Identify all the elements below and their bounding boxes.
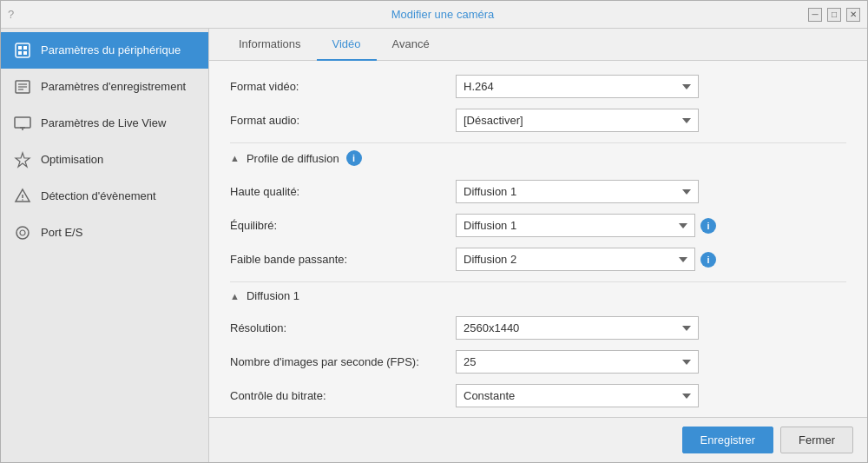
section-diffusion1-label: Diffusion 1: [247, 289, 299, 302]
bitrate-control-label: Contrôle du bitrate:: [230, 389, 456, 402]
port-es-icon: [13, 223, 32, 242]
sidebar-item-record-params-label: Paramètres d'enregistrement: [41, 80, 186, 95]
svg-point-14: [16, 227, 29, 239]
svg-point-15: [20, 230, 25, 235]
form-area: Format vidéo: H.264 H.265 MJPEG Format a…: [209, 61, 867, 417]
faible-bande-info-icon[interactable]: i: [700, 252, 716, 268]
optimisation-icon: [13, 150, 32, 169]
close-button[interactable]: Fermer: [780, 427, 853, 453]
main-content: Paramètres du périphérique Paramètres d'…: [1, 29, 867, 462]
help-icon[interactable]: ?: [8, 8, 14, 21]
sidebar-item-liveview-params-label: Paramètres de Live View: [41, 116, 166, 131]
equilibre-control: Diffusion 1 Diffusion 2 Diffusion 3 i: [456, 214, 716, 237]
fps-control: 25 30 15 10: [456, 350, 699, 374]
audio-format-control: [Désactiver] G.711 AAC: [456, 109, 699, 132]
save-button[interactable]: Enregistrer: [682, 427, 774, 453]
tab-avance[interactable]: Avancé: [377, 29, 445, 61]
section-diffusion1-toggle[interactable]: ▲: [230, 291, 240, 301]
video-format-control: H.264 H.265 MJPEG: [456, 75, 699, 98]
resolution-label: Résolution:: [230, 321, 456, 334]
sidebar-item-port-es-label: Port E/S: [41, 226, 82, 241]
svg-rect-3: [18, 51, 22, 55]
section-diffusion-header: ▲ Profile de diffusion i: [230, 142, 846, 169]
equilibre-select[interactable]: Diffusion 1 Diffusion 2 Diffusion 3: [456, 214, 695, 237]
maximize-button[interactable]: □: [827, 8, 841, 22]
sidebar-item-optimisation[interactable]: Optimisation: [1, 142, 208, 178]
section-diffusion-info-icon[interactable]: i: [346, 150, 362, 166]
section-diffusion-label: Profile de diffusion: [247, 152, 339, 165]
sidebar-item-port-es[interactable]: Port E/S: [1, 215, 208, 251]
sidebar-item-optimisation-label: Optimisation: [41, 153, 103, 168]
minimize-button[interactable]: ─: [808, 8, 822, 22]
tab-informations[interactable]: Informations: [223, 29, 317, 61]
footer: Enregistrer Fermer: [209, 417, 867, 462]
liveview-params-icon: [13, 114, 32, 133]
svg-rect-4: [23, 51, 27, 55]
fps-row: Nombre d'images par seconde (FPS): 25 30…: [230, 350, 846, 374]
haute-qualite-label: Haute qualité:: [230, 185, 456, 198]
record-params-icon: [13, 77, 32, 96]
audio-format-select[interactable]: [Désactiver] G.711 AAC: [456, 109, 699, 132]
section-diffusion-toggle[interactable]: ▲: [230, 153, 240, 163]
equilibre-info-icon[interactable]: i: [700, 218, 716, 234]
bitrate-control-control: Constante Variable: [456, 384, 699, 407]
title-bar-left: ?: [8, 8, 77, 21]
haute-qualite-control: Diffusion 1 Diffusion 2 Diffusion 3: [456, 180, 699, 203]
svg-rect-1: [18, 46, 22, 50]
tabs: Informations Vidéo Avancé: [209, 29, 867, 61]
equilibre-label: Équilibré:: [230, 219, 456, 232]
main-window: ? Modifier une caméra ─ □ ✕: [0, 0, 868, 463]
audio-format-row: Format audio: [Désactiver] G.711 AAC: [230, 109, 846, 132]
title-bar: ? Modifier une caméra ─ □ ✕: [1, 1, 867, 29]
tab-video[interactable]: Vidéo: [317, 29, 377, 61]
faible-bande-label: Faible bande passante:: [230, 253, 456, 266]
haute-qualite-row: Haute qualité: Diffusion 1 Diffusion 2 D…: [230, 180, 846, 203]
svg-rect-2: [23, 46, 27, 50]
faible-bande-select[interactable]: Diffusion 2 Diffusion 1 Diffusion 3: [456, 248, 695, 271]
resolution-row: Résolution: 2560x1440 1920x1080 1280x720: [230, 316, 846, 340]
svg-rect-0: [16, 43, 30, 57]
sidebar-item-liveview-params[interactable]: Paramètres de Live View: [1, 105, 208, 142]
video-format-row: Format vidéo: H.264 H.265 MJPEG: [230, 75, 846, 98]
fps-label: Nombre d'images par seconde (FPS):: [230, 355, 456, 368]
faible-bande-control: Diffusion 2 Diffusion 1 Diffusion 3 i: [456, 248, 716, 271]
sidebar-item-device-params-label: Paramètres du périphérique: [41, 43, 181, 58]
bitrate-control-row: Contrôle du bitrate: Constante Variable: [230, 384, 846, 407]
svg-point-13: [22, 199, 23, 201]
bitrate-control-select[interactable]: Constante Variable: [456, 384, 699, 407]
fps-select[interactable]: 25 30 15 10: [456, 350, 699, 374]
equilibre-row: Équilibré: Diffusion 1 Diffusion 2 Diffu…: [230, 214, 846, 237]
sidebar-item-detection[interactable]: Détection d'évènement: [1, 178, 208, 215]
sidebar-item-device-params[interactable]: Paramètres du périphérique: [1, 32, 208, 69]
audio-format-label: Format audio:: [230, 114, 456, 127]
window-title: Modifier une caméra: [77, 8, 808, 21]
svg-rect-9: [15, 117, 30, 128]
video-format-label: Format vidéo:: [230, 80, 456, 93]
haute-qualite-select[interactable]: Diffusion 1 Diffusion 2 Diffusion 3: [456, 180, 699, 203]
faible-bande-row: Faible bande passante: Diffusion 2 Diffu…: [230, 248, 846, 271]
window-controls: ─ □ ✕: [808, 8, 860, 22]
section-diffusion1-header: ▲ Diffusion 1: [230, 281, 846, 306]
device-params-icon: [13, 41, 32, 60]
sidebar-item-detection-label: Détection d'évènement: [41, 189, 156, 204]
sidebar: Paramètres du périphérique Paramètres d'…: [1, 29, 209, 462]
resolution-select[interactable]: 2560x1440 1920x1080 1280x720: [456, 316, 699, 340]
sidebar-item-record-params[interactable]: Paramètres d'enregistrement: [1, 69, 208, 105]
video-format-select[interactable]: H.264 H.265 MJPEG: [456, 75, 699, 98]
right-panel: Informations Vidéo Avancé Format vidéo: …: [209, 29, 867, 462]
resolution-control: 2560x1440 1920x1080 1280x720: [456, 316, 699, 340]
detection-icon: [13, 187, 32, 206]
close-button[interactable]: ✕: [846, 8, 860, 22]
